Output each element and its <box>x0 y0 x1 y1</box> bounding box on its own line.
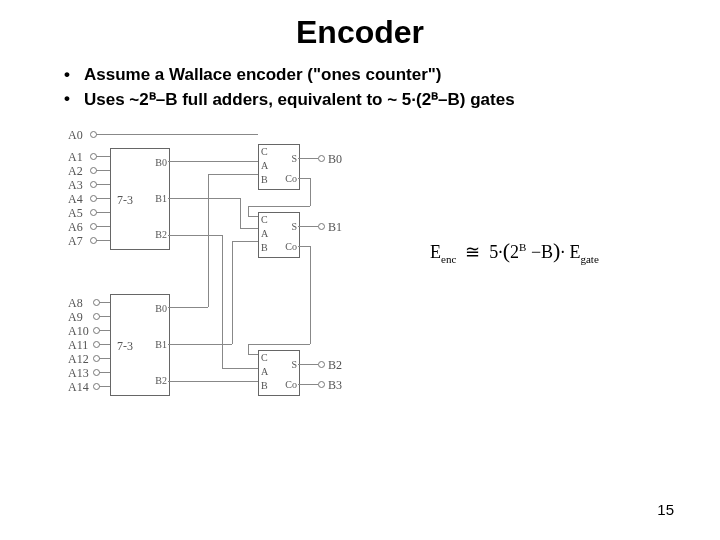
wire <box>208 174 209 307</box>
eq-pow-sup: B <box>519 241 526 253</box>
output-port <box>318 381 325 388</box>
eq-pow-base: 2 <box>510 242 519 262</box>
fa-pin-co: Co <box>285 379 297 390</box>
input-label: A1 <box>68 150 83 165</box>
input-label: A5 <box>68 206 83 221</box>
input-label: A10 <box>68 324 89 339</box>
wire <box>96 184 110 185</box>
wire <box>240 198 241 228</box>
wire <box>96 240 110 241</box>
eq-factor: 5 <box>489 242 498 262</box>
bullet-item: Uses ~2ᴮ–B full adders, equivalent to ~ … <box>84 89 720 110</box>
encoder-out-pin: B0 <box>155 303 167 314</box>
output-port <box>318 155 325 162</box>
slide-title: Encoder <box>0 0 720 51</box>
wire <box>248 216 258 217</box>
fa-pin-b: B <box>261 380 268 391</box>
wire <box>298 364 318 365</box>
output-port <box>318 361 325 368</box>
fa-pin-s: S <box>291 221 297 232</box>
output-label: B1 <box>328 220 342 235</box>
wire <box>168 307 208 308</box>
eq-term2: B <box>541 242 553 262</box>
wire <box>96 212 110 213</box>
wire <box>248 344 249 354</box>
wire <box>298 226 318 227</box>
fa-pin-a: A <box>261 366 268 377</box>
wire <box>168 198 240 199</box>
fa-pin-s: S <box>291 359 297 370</box>
wire <box>248 344 310 345</box>
fa-pin-c: C <box>261 352 268 363</box>
wire <box>99 344 110 345</box>
wire <box>298 158 318 159</box>
input-label: A8 <box>68 296 83 311</box>
input-label: A6 <box>68 220 83 235</box>
fa-pin-co: Co <box>285 173 297 184</box>
bullet-list: Assume a Wallace encoder ("ones counter"… <box>44 65 720 110</box>
wire <box>248 206 249 216</box>
input-label: A13 <box>68 366 89 381</box>
wire <box>96 134 258 135</box>
encoder-out-pin: B1 <box>155 339 167 350</box>
eq-dot2: · <box>560 242 565 262</box>
encoder-diagram: A0 A1 A2 A3 A4 A5 A6 A7 7-3 B0 B1 <box>68 128 388 448</box>
encoder-out-pin: B0 <box>155 157 167 168</box>
wire <box>168 235 222 236</box>
wire <box>310 246 311 344</box>
input-label: A7 <box>68 234 83 249</box>
wire <box>232 241 258 242</box>
wire <box>298 246 310 247</box>
wire <box>298 178 310 179</box>
encoder-7-3-box: 7-3 B0 B1 B2 <box>110 294 170 396</box>
wire <box>310 178 311 206</box>
fa-pin-b: B <box>261 242 268 253</box>
wire <box>168 161 258 162</box>
wire <box>99 316 110 317</box>
input-label: A3 <box>68 178 83 193</box>
fa-pin-co: Co <box>285 241 297 252</box>
wire <box>248 354 258 355</box>
wire <box>232 241 233 344</box>
fa-pin-s: S <box>291 153 297 164</box>
eq-lhs-sub: enc <box>441 253 456 265</box>
energy-equation: Eenc ≅ 5·(2B −B)· Egate <box>430 238 599 265</box>
full-adder-box: C S A B Co <box>258 350 300 396</box>
input-label: A0 <box>68 128 83 143</box>
full-adder-box: C S A B Co <box>258 144 300 190</box>
wire <box>99 302 110 303</box>
output-label: B2 <box>328 358 342 373</box>
fa-pin-c: C <box>261 146 268 157</box>
wire <box>222 235 223 368</box>
encoder-out-pin: B2 <box>155 229 167 240</box>
wire <box>96 170 110 171</box>
input-label: A9 <box>68 310 83 325</box>
wire <box>248 206 310 207</box>
eq-rhs-sub: gate <box>580 253 598 265</box>
wire <box>99 358 110 359</box>
wire <box>208 174 258 175</box>
encoder-out-pin: B2 <box>155 375 167 386</box>
wire <box>99 386 110 387</box>
eq-approx: ≅ <box>465 242 480 262</box>
output-label: B3 <box>328 378 342 393</box>
fa-pin-a: A <box>261 160 268 171</box>
wire <box>99 330 110 331</box>
encoder-box-label: 7-3 <box>117 193 133 208</box>
wire <box>96 156 110 157</box>
fa-pin-a: A <box>261 228 268 239</box>
wire <box>222 368 258 369</box>
encoder-out-pin: B1 <box>155 193 167 204</box>
page-number: 15 <box>657 501 674 518</box>
output-port <box>318 223 325 230</box>
input-label: A12 <box>68 352 89 367</box>
output-label: B0 <box>328 152 342 167</box>
full-adder-box: C S A B Co <box>258 212 300 258</box>
input-label: A4 <box>68 192 83 207</box>
input-label: A11 <box>68 338 88 353</box>
eq-minus: − <box>531 242 541 262</box>
bullet-item: Assume a Wallace encoder ("ones counter"… <box>84 65 720 85</box>
input-label: A14 <box>68 380 89 395</box>
wire <box>99 372 110 373</box>
wire <box>298 384 318 385</box>
